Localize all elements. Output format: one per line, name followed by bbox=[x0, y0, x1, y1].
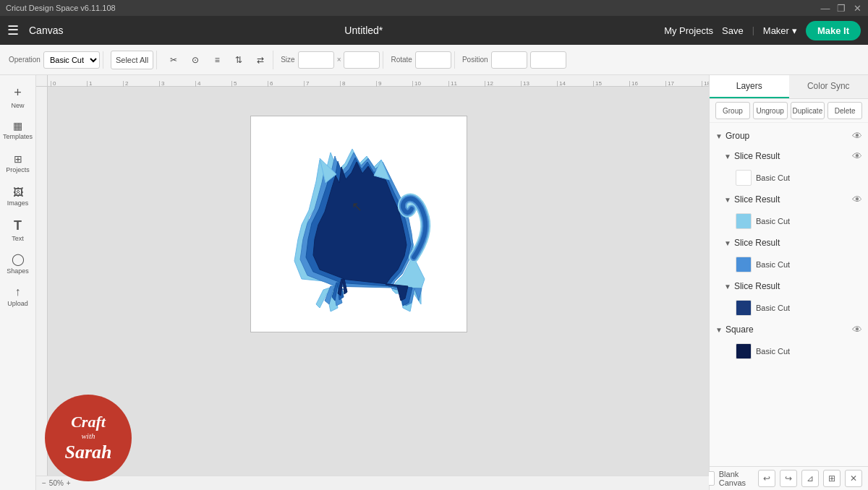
nav-divider: | bbox=[752, 25, 754, 35]
toolbar-select-group: Select All bbox=[108, 51, 157, 69]
watermark-with: with bbox=[64, 431, 111, 441]
ruler-tick: 3 bbox=[159, 81, 195, 87]
maker-selector[interactable]: Maker ▾ bbox=[763, 25, 797, 36]
save-button[interactable]: Save bbox=[722, 25, 744, 36]
operation-label: Operation bbox=[9, 56, 41, 64]
new-icon: + bbox=[14, 85, 22, 100]
sidebar-item-templates[interactable]: ▦ Templates bbox=[2, 114, 34, 146]
canvas-area[interactable]: 0 1 2 3 4 5 6 7 8 9 10 11 12 13 14 15 16… bbox=[36, 75, 709, 490]
width-input[interactable] bbox=[298, 51, 334, 69]
ruler-ticks-container: 0 1 2 3 4 5 6 7 8 9 10 11 12 13 14 15 16… bbox=[48, 75, 709, 87]
ruler-tick: 5 bbox=[231, 81, 268, 87]
title-bar: Cricut Design Space v6.11.108 — ❐ ✕ bbox=[0, 0, 868, 16]
toolbar-rotate-group: Rotate bbox=[388, 51, 454, 69]
sidebar-item-text[interactable]: T Text bbox=[2, 214, 34, 246]
canvas-work-area[interactable]: ↖ bbox=[48, 87, 709, 490]
layer-actions: Group Ungroup Duplicate Delete bbox=[710, 99, 868, 123]
slice-4-item[interactable]: Basic Cut bbox=[710, 296, 868, 319]
height-input[interactable] bbox=[344, 51, 380, 69]
ruler-tick: 6 bbox=[268, 81, 304, 87]
slice-result-2-header[interactable]: ▼ Slice Result 👁 bbox=[710, 189, 868, 210]
my-projects-link[interactable]: My Projects bbox=[664, 25, 713, 36]
menu-icon[interactable]: ☰ bbox=[7, 22, 19, 38]
slice-4-name: Slice Result bbox=[734, 281, 862, 291]
slice-3-item[interactable]: Basic Cut bbox=[710, 253, 868, 276]
images-icon: 🖼 bbox=[13, 186, 23, 198]
flip-button[interactable]: ⇄ bbox=[251, 51, 270, 69]
minimize-button[interactable]: — bbox=[820, 3, 830, 13]
sidebar-item-shapes[interactable]: ◯ Shapes bbox=[2, 247, 34, 279]
ruler-tick: 8 bbox=[340, 81, 376, 87]
sidebar-item-images-label: Images bbox=[7, 199, 29, 207]
watermark-craft: Craft bbox=[64, 413, 111, 431]
pos-y-input[interactable] bbox=[530, 51, 566, 69]
sidebar-item-projects[interactable]: ⊞ Projects bbox=[2, 147, 34, 179]
toolbar: Operation Basic Cut Select All ✂ ⊙ ≡ ⇅ ⇄… bbox=[0, 45, 868, 75]
delete-button[interactable]: Delete bbox=[827, 102, 862, 119]
canvas-page bbox=[250, 116, 467, 332]
slice-2-eye-icon[interactable]: 👁 bbox=[852, 194, 862, 205]
sidebar-item-projects-label: Projects bbox=[6, 166, 30, 173]
select-all-button[interactable]: Select All bbox=[111, 51, 153, 69]
toolbar-position-group: Position bbox=[459, 51, 569, 69]
slice-result-3-header[interactable]: ▼ Slice Result bbox=[710, 233, 868, 253]
square-eye-icon[interactable]: 👁 bbox=[852, 324, 862, 335]
close-canvas-button[interactable]: ✕ bbox=[845, 470, 862, 487]
cursor: ↖ bbox=[352, 199, 362, 215]
watermark-logo: Craft with Sarah bbox=[45, 395, 132, 481]
slice-2-item[interactable]: Basic Cut bbox=[710, 210, 868, 233]
square-item[interactable]: Basic Cut bbox=[710, 340, 868, 363]
pos-x-input[interactable] bbox=[491, 51, 527, 69]
group-button[interactable]: Group bbox=[715, 102, 750, 119]
tab-layers[interactable]: Layers bbox=[710, 75, 789, 98]
ruler-tick: 2 bbox=[123, 81, 159, 87]
main-content: + New ▦ Templates ⊞ Projects 🖼 Images T … bbox=[0, 75, 868, 490]
sidebar-item-upload[interactable]: ↑ Upload bbox=[2, 280, 34, 312]
text-icon: T bbox=[14, 218, 22, 233]
offset-button[interactable]: ⊙ bbox=[186, 51, 205, 69]
ungroup-button[interactable]: Ungroup bbox=[753, 102, 788, 119]
sidebar-item-text-label: Text bbox=[12, 235, 24, 242]
toolbar-edit-group: ✂ ⊙ ≡ ⇅ ⇄ bbox=[161, 51, 273, 69]
sidebar-item-images[interactable]: 🖼 Images bbox=[2, 181, 34, 212]
upload-icon: ↑ bbox=[15, 285, 21, 298]
zoom-out-icon[interactable]: − bbox=[42, 479, 46, 487]
slice-3-name: Slice Result bbox=[734, 238, 862, 248]
tab-color-sync[interactable]: Color Sync bbox=[789, 75, 869, 98]
zoom-in-icon[interactable]: + bbox=[67, 479, 71, 487]
zoom-control[interactable]: − 50% + bbox=[42, 479, 71, 487]
slice-1-eye-icon[interactable]: 👁 bbox=[852, 150, 862, 162]
slice-2-name: Slice Result bbox=[734, 194, 849, 205]
redo-button[interactable]: ↪ bbox=[780, 470, 797, 487]
restore-button[interactable]: ❐ bbox=[836, 3, 846, 13]
slice-result-1-header[interactable]: ▼ Slice Result 👁 bbox=[710, 146, 868, 166]
square-group-header[interactable]: ▼ Square 👁 bbox=[710, 319, 868, 340]
slice-2-chevron-icon: ▼ bbox=[724, 196, 731, 204]
close-button[interactable]: ✕ bbox=[852, 3, 862, 13]
slice-result-4-header[interactable]: ▼ Slice Result bbox=[710, 276, 868, 296]
make-it-button[interactable]: Make It bbox=[806, 21, 861, 40]
edit-button[interactable]: ✂ bbox=[164, 51, 183, 69]
align-button[interactable]: ≡ bbox=[208, 51, 226, 69]
layer-group-header[interactable]: ▼ Group 👁 bbox=[710, 126, 868, 146]
undo-button[interactable]: ↩ bbox=[758, 470, 775, 487]
square-thumb bbox=[736, 343, 752, 359]
duplicate-button[interactable]: Duplicate bbox=[791, 102, 825, 119]
grid-button[interactable]: ⊞ bbox=[823, 470, 841, 487]
size-label: Size bbox=[281, 56, 294, 64]
status-bar: − 50% + bbox=[36, 476, 709, 490]
group-chevron-icon: ▼ bbox=[715, 132, 723, 140]
ruler-tick: 10 bbox=[412, 81, 448, 87]
operation-select[interactable]: Basic Cut bbox=[43, 51, 100, 69]
toolbar-size-group: Size × bbox=[278, 51, 383, 69]
rotate-input[interactable] bbox=[415, 51, 451, 69]
sidebar-item-new[interactable]: + New bbox=[2, 81, 34, 113]
slice-1-item[interactable]: Basic Cut bbox=[710, 166, 868, 189]
slice-3-label: Basic Cut bbox=[756, 260, 862, 269]
position-label: Position bbox=[462, 56, 488, 64]
group-visibility-icon[interactable]: 👁 bbox=[852, 130, 862, 142]
projects-icon: ⊞ bbox=[14, 153, 22, 165]
resize-button[interactable]: ⊿ bbox=[801, 470, 819, 487]
arrange-button[interactable]: ⇅ bbox=[229, 51, 248, 69]
canvas-bottom: Blank Canvas ↩ ↪ ⊿ ⊞ ✕ bbox=[710, 466, 868, 490]
